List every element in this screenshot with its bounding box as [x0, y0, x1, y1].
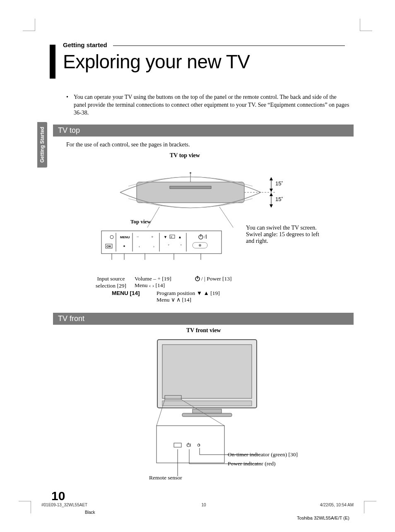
accent-bar	[50, 45, 55, 79]
svg-marker-4	[270, 189, 273, 192]
footer-model: Toshiba 32WL55A/E/T (E)	[297, 515, 349, 520]
svg-point-60	[198, 444, 200, 446]
section-header-row: Getting started	[41, 41, 354, 49]
callout-on-timer: On-timer indicator (green) [30]	[228, 451, 298, 458]
tv-top-intro: For the use of each control, see the pag…	[66, 141, 354, 148]
crop-mark-tr	[360, 19, 372, 31]
svg-line-9	[219, 207, 236, 228]
section-label: Getting started	[63, 41, 107, 48]
callout-menu-ref: MENU [14]	[112, 290, 140, 297]
svg-text:‹: ‹	[139, 244, 140, 248]
crop-mark-br	[364, 501, 376, 513]
power-icon	[195, 276, 201, 281]
svg-rect-47	[162, 345, 252, 398]
svg-text:P: P	[171, 235, 172, 239]
footer-left: #01E09-13_32WL55AET	[41, 503, 87, 507]
svg-marker-7	[270, 204, 273, 208]
tv-top-diagram-area: TV top view 15˚	[41, 152, 354, 305]
tv-front-diagram-area: TV front view /	[41, 327, 354, 493]
svg-marker-6	[270, 193, 273, 196]
svg-rect-55	[174, 443, 181, 447]
callout-volume: Volume – + [19]	[135, 275, 171, 283]
footer-center: 10	[201, 503, 206, 507]
svg-point-27	[199, 244, 201, 247]
tv-front-header: TV front	[53, 313, 354, 325]
svg-text:›: ›	[153, 244, 154, 248]
svg-text:˄: ˄	[180, 244, 182, 248]
crop-mark-tl	[23, 19, 35, 31]
angle-label-1: 15˚	[275, 180, 283, 187]
callout-menu-lr: Menu ‹ › [14]	[135, 282, 165, 289]
tv-top-header: TV top	[53, 125, 354, 137]
angle-label-2: 15˚	[275, 196, 283, 202]
footer-black: Black	[85, 510, 95, 515]
svg-text:MENU: MENU	[120, 235, 130, 239]
svg-text:−: −	[137, 235, 139, 239]
callout-input-source: Input source selection [29]	[90, 275, 132, 290]
callout-program-pos: Program position ▼ ▲ [19]	[157, 290, 220, 297]
svg-rect-0	[137, 182, 244, 203]
bullet-icon: •	[66, 93, 74, 117]
svg-point-11	[190, 172, 191, 174]
page-number: 10	[51, 489, 65, 503]
control-panel-svg: MENU − + ▼ P ▲ / OK ‹ › ˅ ˄	[97, 227, 226, 260]
svg-rect-49	[193, 409, 222, 413]
intro-text: • You can operate your TV using the butt…	[66, 93, 349, 117]
top-view-label: Top view	[130, 218, 151, 225]
svg-text:OK: OK	[106, 244, 111, 248]
tv-top-swivel-svg	[112, 157, 277, 228]
callout-power-indicator: Power indicator (red)	[228, 460, 275, 467]
svg-point-30	[123, 245, 125, 247]
page-content: Getting started Exploring your new TV Ge…	[41, 41, 354, 507]
footer-right: 4/22/05, 10:54 AM	[320, 503, 354, 507]
crop-mark-bl	[19, 501, 31, 513]
svg-rect-48	[162, 401, 252, 406]
page-title: Exploring your new TV	[63, 50, 354, 73]
callout-menu-ud: Menu ∨ ∧ [14]	[157, 296, 191, 304]
svg-point-14	[110, 235, 113, 239]
svg-marker-3	[270, 177, 273, 180]
footer-line: #01E09-13_32WL55AET 10 4/22/05, 10:54 AM	[41, 503, 354, 507]
swivel-note: You can swivel the TV screen. Swivel ang…	[246, 225, 325, 244]
svg-rect-10	[170, 186, 211, 189]
svg-text:˅: ˅	[168, 244, 170, 248]
intro-bullet-text: You can operate your TV using the button…	[74, 93, 349, 117]
section-rule	[113, 46, 345, 46]
svg-text:+: +	[151, 235, 154, 239]
callout-power: / | Power [13]	[195, 275, 232, 283]
svg-text:▼: ▼	[164, 235, 167, 239]
callout-remote-sensor: Remote sensor	[149, 474, 182, 482]
tv-front-view-title: TV front view	[186, 327, 221, 334]
svg-text:▲: ▲	[178, 235, 182, 239]
svg-text:/: /	[204, 235, 205, 239]
